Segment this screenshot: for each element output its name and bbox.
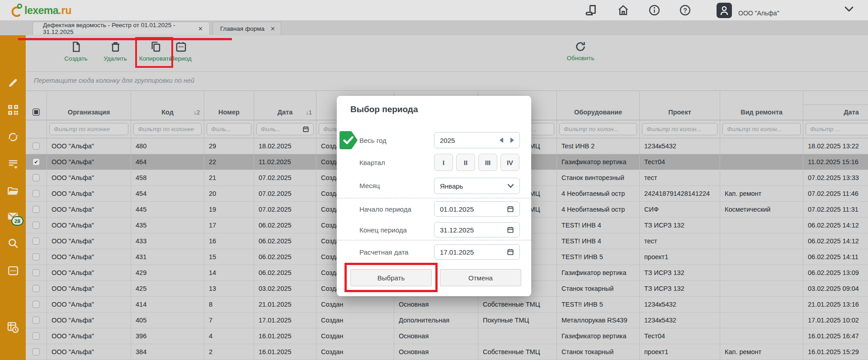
column-header-project[interactable]: Проект [640,91,720,120]
cell-code: 414 [131,297,204,312]
tab-defect-registry[interactable]: Дефектная ведомость - Реестр от 01.01.20… [33,22,210,35]
delete-button[interactable]: Удалить [95,41,136,62]
group-panel[interactable]: Перетащите сюда колонку для группировки … [26,71,868,90]
cell-code: 464 [131,154,204,170]
quarter-button-1[interactable]: I [434,154,453,171]
cancel-button[interactable]: Отмена [440,269,521,286]
row-checkbox[interactable] [33,222,40,229]
folder-icon[interactable] [0,185,26,197]
cell-project: 1234к5432 [640,313,720,328]
cell-equipment: Test ИНВ 2 [557,138,640,154]
column-header-number[interactable]: Номер [204,91,254,120]
filter-input-project[interactable]: Фильтр по колон... [642,123,717,135]
row-checkbox[interactable] [33,285,40,292]
quarter-button-4[interactable]: IV [500,154,519,171]
close-icon[interactable]: ✕ [193,25,203,32]
close-icon[interactable]: ✕ [265,25,275,32]
scripts-icon[interactable] [585,4,598,16]
column-header-equipment[interactable]: Оборудование [557,91,640,120]
row-checkbox[interactable] [33,317,40,324]
edit-icon[interactable] [0,77,26,89]
row-checkbox[interactable] [33,142,40,150]
lexema-logo[interactable]: lexema.ru [10,3,71,18]
period-end-input[interactable]: 31.12.2025 [434,222,520,237]
year-next-icon[interactable] [510,137,514,143]
cell-number: 17 [204,218,254,233]
help-icon[interactable]: ? [679,4,691,16]
annotation-select-box [344,263,438,292]
row-checkbox[interactable] [33,348,40,355]
row-checkbox[interactable] [33,301,40,308]
unload-list-icon[interactable] [0,158,26,170]
cell-repair [720,170,803,185]
filter-input-equipment[interactable]: Фильтр по колон... [559,123,637,135]
sort-indicator[interactable]: ↓1 [306,109,312,116]
cell-code: 433 [131,233,204,249]
column-header-repair[interactable]: Вид ремонта [720,91,803,120]
month-select[interactable]: Январь [434,178,520,194]
home-icon[interactable] [617,4,629,16]
sync-icon[interactable] [0,131,26,143]
cell-created: 07.02.2025 11:46 [803,186,868,201]
search-icon[interactable] [0,237,26,249]
filter-input-repair[interactable]: Фильтр по колон... [722,123,801,135]
cell-project: СИФ [640,202,720,217]
filter-input-date[interactable]: Филь... [256,123,314,135]
cell-project: 242418791428141224 [640,186,720,201]
cell-equipment: 4 Необитаемый остр [557,186,640,201]
column-title: Дата [278,109,293,116]
filter-input-org[interactable]: Фильтр по колонке [49,123,128,135]
row-checkbox[interactable] [33,190,40,197]
cell-created: 16.01.2025 15:29 [803,344,868,360]
row-checkbox[interactable] [33,269,40,276]
table-row[interactable]: ООО "Альфа"414821.01.2025СозданОсновнаяС… [26,297,868,313]
cell-select [26,328,47,344]
sort-indicator[interactable]: ↓2 [193,109,200,116]
cell-code: 458 [131,170,204,185]
column-header-org[interactable]: Организация [47,91,131,120]
filter-cell-select [26,120,47,138]
period-start-input[interactable]: 01.01.2025 [434,201,520,217]
calendar-icon[interactable] [507,226,514,233]
group-panel-hint: Перетащите сюда колонку для группировки … [34,77,194,84]
calendar-icon[interactable] [507,248,514,256]
calendar-icon[interactable] [507,205,514,213]
table-row[interactable]: ООО "Альфа"384216.01.2025СозданОсновнаяС… [26,344,868,360]
select-all-checkbox[interactable] [33,109,40,116]
filter-input-number[interactable]: Филь... [207,123,251,135]
calc-date-input[interactable]: 17.01.2025 [434,244,520,260]
filter-placeholder: Фильтр по колон... [646,126,713,133]
row-checkbox[interactable] [33,206,40,213]
cell-repair [720,281,803,296]
year-prev-icon[interactable] [500,137,503,143]
row-checkbox[interactable] [33,174,40,181]
row-checkbox[interactable]: ✔ [33,158,40,166]
user-avatar[interactable] [717,3,732,18]
info-icon[interactable] [648,4,660,16]
refresh-button[interactable]: Обновить [561,41,600,62]
year-spinner[interactable]: 2025 [434,132,520,148]
table-row[interactable]: ООО "Альфа"396416.01.2025СозданОсновнаяГ… [26,328,868,344]
filter-input-created[interactable]: Фильтр ... [806,123,868,135]
cell-equipment: TEST! ИНВ 4 [557,218,640,233]
calendar-icon[interactable] [0,265,26,276]
quarter-button-2[interactable]: II [456,154,475,171]
quarter-button-3[interactable]: III [478,154,497,171]
refresh-label: Обновить [566,55,594,62]
tab-main-form[interactable]: Главная форма ✕ [212,22,281,35]
qr-code-icon[interactable] [0,104,26,116]
row-checkbox[interactable] [33,253,40,261]
filter-input-code[interactable]: Фильтр по колонке [133,123,202,135]
cell-code: 480 [131,138,204,154]
report-schedule-icon[interactable] [0,321,26,333]
row-checkbox[interactable] [33,332,40,340]
chevron-down-icon[interactable] [844,6,854,13]
cell-date: 06.02.2025 [254,265,316,280]
table-row[interactable]: ООО "Альфа"405717.01.2025СозданДополните… [26,313,868,328]
column-header-date[interactable]: Дата↓1 [254,91,316,120]
cell-date: 16.01.2025 [254,328,316,344]
column-header-code[interactable]: Код↓2 [131,91,204,120]
row-checkbox[interactable] [33,237,40,245]
column-header-created[interactable]: СоздаДата [803,91,868,120]
create-button[interactable]: Создать [56,41,96,62]
